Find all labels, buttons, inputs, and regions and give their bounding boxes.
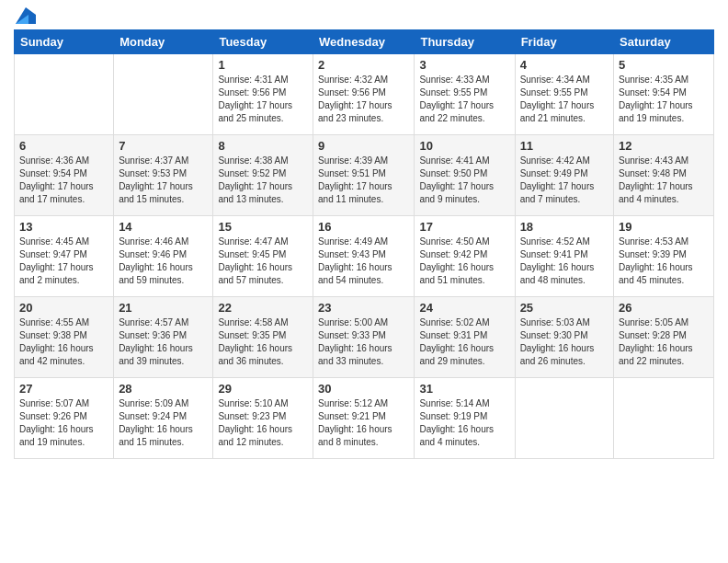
sunrise-text: Sunrise: 4:32 AM [318,74,409,86]
day-number: 13 [19,220,108,234]
day-info: Sunrise: 5:05 AMSunset: 9:28 PMDaylight:… [619,316,709,368]
daylight-text: Daylight: 17 hours and 22 minutes. [419,99,509,125]
daylight-text: Daylight: 17 hours and 21 minutes. [520,99,609,125]
sunset-text: Sunset: 9:36 PM [119,329,208,342]
calendar-week-row: 20Sunrise: 4:55 AMSunset: 9:38 PMDayligh… [15,297,714,378]
daylight-text: Daylight: 17 hours and 2 minutes. [19,261,108,287]
sunset-text: Sunset: 9:51 PM [318,167,409,180]
calendar-cell: 16Sunrise: 4:49 AMSunset: 9:43 PMDayligh… [313,216,415,297]
calendar-cell: 10Sunrise: 4:41 AMSunset: 9:50 PMDayligh… [415,135,515,216]
calendar-week-row: 6Sunrise: 4:36 AMSunset: 9:54 PMDaylight… [15,135,714,216]
day-info: Sunrise: 4:45 AMSunset: 9:47 PMDaylight:… [19,236,108,287]
day-header-tuesday: Tuesday [213,30,313,54]
sunrise-text: Sunrise: 4:34 AM [520,74,609,86]
calendar-header-row: SundayMondayTuesdayWednesdayThursdayFrid… [15,30,714,54]
logo [14,9,36,22]
daylight-text: Daylight: 16 hours and 48 minutes. [520,261,609,287]
day-number: 31 [419,382,509,396]
day-number: 5 [619,58,709,72]
daylight-text: Daylight: 16 hours and 39 minutes. [119,342,208,368]
daylight-text: Daylight: 17 hours and 25 minutes. [218,99,308,125]
sunrise-text: Sunrise: 4:50 AM [419,236,509,248]
daylight-text: Daylight: 17 hours and 23 minutes. [318,99,409,125]
day-number: 24 [419,301,509,315]
sunrise-text: Sunrise: 4:41 AM [419,155,509,167]
sunset-text: Sunset: 9:55 PM [520,86,609,99]
header [14,9,714,22]
day-info: Sunrise: 5:07 AMSunset: 9:26 PMDaylight:… [19,397,108,449]
sunset-text: Sunset: 9:54 PM [619,86,709,99]
day-info: Sunrise: 4:38 AMSunset: 9:52 PMDaylight:… [218,155,308,206]
day-number: 4 [520,58,609,72]
calendar-cell: 27Sunrise: 5:07 AMSunset: 9:26 PMDayligh… [15,378,114,459]
sunrise-text: Sunrise: 4:45 AM [19,236,108,248]
day-info: Sunrise: 5:09 AMSunset: 9:24 PMDaylight:… [119,397,208,449]
calendar: SundayMondayTuesdayWednesdayThursdayFrid… [14,29,714,459]
day-number: 19 [619,220,709,234]
calendar-cell: 20Sunrise: 4:55 AMSunset: 9:38 PMDayligh… [15,297,114,378]
daylight-text: Daylight: 16 hours and 15 minutes. [119,423,208,449]
day-number: 2 [318,58,409,72]
sunrise-text: Sunrise: 4:43 AM [619,155,709,167]
sunset-text: Sunset: 9:33 PM [318,329,409,342]
sunrise-text: Sunrise: 4:39 AM [318,155,409,167]
calendar-cell [114,54,213,135]
calendar-cell: 22Sunrise: 4:58 AMSunset: 9:35 PMDayligh… [213,297,313,378]
day-info: Sunrise: 4:34 AMSunset: 9:55 PMDaylight:… [520,74,609,125]
calendar-cell: 24Sunrise: 5:02 AMSunset: 9:31 PMDayligh… [415,297,515,378]
day-info: Sunrise: 4:57 AMSunset: 9:36 PMDaylight:… [119,316,208,368]
day-header-thursday: Thursday [415,30,515,54]
calendar-cell: 7Sunrise: 4:37 AMSunset: 9:53 PMDaylight… [114,135,213,216]
day-number: 29 [218,382,308,396]
day-number: 7 [119,139,208,153]
calendar-cell: 26Sunrise: 5:05 AMSunset: 9:28 PMDayligh… [614,297,714,378]
daylight-text: Daylight: 17 hours and 19 minutes. [619,99,709,125]
daylight-text: Daylight: 16 hours and 33 minutes. [318,342,409,368]
sunset-text: Sunset: 9:46 PM [119,248,208,261]
daylight-text: Daylight: 16 hours and 19 minutes. [19,423,108,449]
calendar-cell: 8Sunrise: 4:38 AMSunset: 9:52 PMDaylight… [213,135,313,216]
calendar-cell: 4Sunrise: 4:34 AMSunset: 9:55 PMDaylight… [515,54,613,135]
day-header-saturday: Saturday [614,30,714,54]
day-info: Sunrise: 5:02 AMSunset: 9:31 PMDaylight:… [419,316,509,368]
calendar-cell: 9Sunrise: 4:39 AMSunset: 9:51 PMDaylight… [313,135,415,216]
sunrise-text: Sunrise: 4:47 AM [218,236,308,248]
sunset-text: Sunset: 9:56 PM [218,86,308,99]
day-header-wednesday: Wednesday [313,30,415,54]
daylight-text: Daylight: 16 hours and 45 minutes. [619,261,709,287]
day-number: 22 [218,301,308,315]
daylight-text: Daylight: 16 hours and 4 minutes. [419,423,509,449]
daylight-text: Daylight: 17 hours and 9 minutes. [419,180,509,206]
sunrise-text: Sunrise: 4:49 AM [318,236,409,248]
day-number: 20 [19,301,108,315]
day-info: Sunrise: 5:03 AMSunset: 9:30 PMDaylight:… [520,316,609,368]
day-header-monday: Monday [114,30,213,54]
day-info: Sunrise: 4:33 AMSunset: 9:55 PMDaylight:… [419,74,509,125]
day-number: 3 [419,58,509,72]
sunset-text: Sunset: 9:28 PM [619,329,709,342]
day-number: 14 [119,220,208,234]
day-number: 12 [619,139,709,153]
day-number: 1 [218,58,308,72]
day-header-sunday: Sunday [15,30,114,54]
daylight-text: Daylight: 16 hours and 29 minutes. [419,342,509,368]
day-info: Sunrise: 5:00 AMSunset: 9:33 PMDaylight:… [318,316,409,368]
calendar-cell: 23Sunrise: 5:00 AMSunset: 9:33 PMDayligh… [313,297,415,378]
day-info: Sunrise: 4:50 AMSunset: 9:42 PMDaylight:… [419,236,509,287]
sunrise-text: Sunrise: 4:46 AM [119,236,208,248]
daylight-text: Daylight: 16 hours and 8 minutes. [318,423,409,449]
day-info: Sunrise: 5:12 AMSunset: 9:21 PMDaylight:… [318,397,409,449]
day-info: Sunrise: 5:10 AMSunset: 9:23 PMDaylight:… [218,397,308,449]
sunset-text: Sunset: 9:39 PM [619,248,709,261]
day-number: 27 [19,382,108,396]
day-info: Sunrise: 4:58 AMSunset: 9:35 PMDaylight:… [218,316,308,368]
sunset-text: Sunset: 9:24 PM [119,410,208,423]
sunrise-text: Sunrise: 5:00 AM [318,316,409,329]
sunrise-text: Sunrise: 4:31 AM [218,74,308,86]
calendar-cell: 11Sunrise: 4:42 AMSunset: 9:49 PMDayligh… [515,135,613,216]
day-number: 8 [218,139,308,153]
calendar-cell [15,54,114,135]
daylight-text: Daylight: 16 hours and 26 minutes. [520,342,609,368]
daylight-text: Daylight: 16 hours and 51 minutes. [419,261,509,287]
day-number: 15 [218,220,308,234]
